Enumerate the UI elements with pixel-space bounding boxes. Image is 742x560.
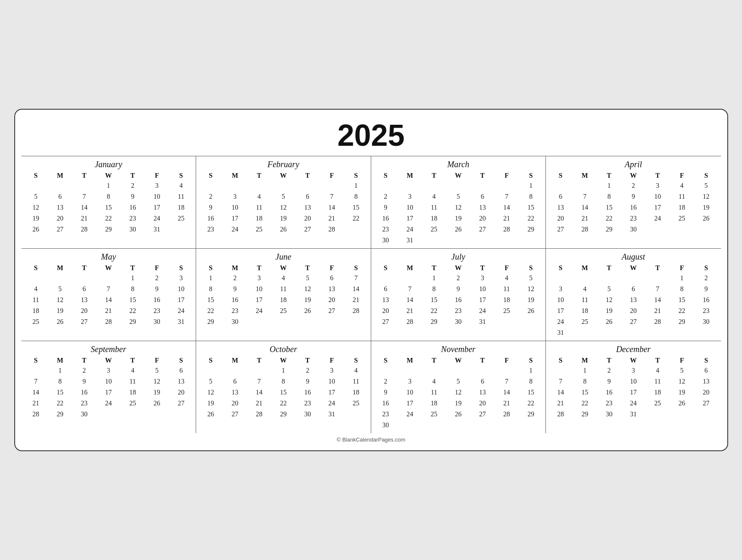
day-cell: 9 [121, 191, 145, 202]
day-cell: 23 [374, 409, 398, 420]
day-cell: 12 [296, 284, 320, 294]
day-cell [374, 273, 398, 284]
day-cell: 16 [72, 387, 97, 398]
day-cell: 30 [694, 316, 718, 327]
day-cell: 15 [96, 202, 121, 213]
day-cell: 15 [48, 387, 72, 398]
day-header: F [145, 170, 169, 180]
day-cell: 25 [422, 224, 446, 235]
day-header: F [670, 355, 694, 365]
day-header: M [48, 355, 72, 365]
day-cell: 5 [670, 365, 694, 376]
week-row: 9101112131415 [374, 387, 543, 398]
day-cell: 14 [344, 284, 368, 294]
week-row: 123456 [24, 365, 194, 376]
day-cell [344, 409, 368, 420]
month-table: SMTWTFS123456789101112131415161718192021… [24, 170, 194, 235]
day-cell: 8 [519, 191, 543, 202]
day-cell: 24 [247, 305, 271, 316]
day-cell: 19 [296, 294, 320, 305]
day-cell [446, 365, 470, 376]
day-cell: 25 [344, 398, 368, 409]
day-cell: 17 [169, 294, 193, 305]
day-cell [247, 316, 271, 327]
day-cell: 16 [296, 387, 320, 398]
day-cell: 9 [621, 191, 645, 202]
day-cell: 23 [621, 213, 645, 224]
day-cell: 3 [621, 365, 645, 376]
week-row: 20212223242526 [548, 213, 718, 224]
day-cell: 20 [621, 305, 645, 316]
day-cell: 7 [573, 191, 597, 202]
day-cell: 14 [398, 294, 422, 305]
day-cell: 6 [296, 191, 320, 202]
day-cell: 4 [573, 284, 597, 294]
week-row: 1234567 [199, 273, 368, 284]
day-cell: 11 [271, 284, 296, 294]
day-cell: 23 [72, 398, 97, 409]
day-cell: 29 [96, 224, 121, 235]
day-header: F [320, 170, 344, 180]
day-cell [470, 180, 495, 191]
day-cell: 27 [621, 316, 645, 327]
day-cell: 8 [121, 284, 145, 294]
day-cell: 13 [48, 202, 72, 213]
day-cell: 21 [72, 213, 97, 224]
day-cell: 29 [199, 316, 223, 327]
day-cell: 25 [645, 398, 670, 409]
month-name: July [374, 250, 543, 263]
day-cell: 22 [271, 398, 296, 409]
week-row: 21222324252627 [548, 398, 718, 409]
month-table: SMTWTFS123456789101112131415161718192021… [199, 355, 368, 420]
day-cell [320, 180, 344, 191]
day-header: W [96, 170, 121, 180]
day-cell: 18 [271, 294, 296, 305]
day-header: S [519, 355, 543, 365]
day-cell: 28 [96, 316, 121, 327]
day-header: F [495, 355, 519, 365]
month-table: SMTWTFS123456789101112131415161718192021… [374, 170, 543, 246]
day-cell: 10 [398, 387, 422, 398]
week-row: 9101112131415 [374, 202, 543, 213]
day-header: S [24, 170, 48, 180]
day-cell: 8 [519, 376, 543, 387]
day-cell: 6 [470, 376, 495, 387]
day-cell: 13 [169, 376, 193, 387]
day-cell: 6 [320, 273, 344, 284]
day-cell: 13 [374, 294, 398, 305]
day-cell [271, 316, 296, 327]
day-cell: 2 [121, 180, 145, 191]
day-cell [24, 365, 48, 376]
day-cell: 30 [374, 235, 398, 246]
day-cell [495, 365, 519, 376]
day-cell: 17 [223, 213, 247, 224]
day-cell: 25 [121, 398, 145, 409]
day-cell: 20 [48, 213, 72, 224]
day-cell [470, 365, 495, 376]
day-cell: 23 [296, 398, 320, 409]
day-cell: 2 [199, 191, 223, 202]
day-cell: 21 [548, 398, 573, 409]
day-cell: 11 [670, 191, 694, 202]
day-cell [398, 180, 422, 191]
day-header: W [271, 355, 296, 365]
day-header: S [519, 170, 543, 180]
day-cell: 2 [72, 365, 97, 376]
calendar-container: 2025 JanuarySMTWTFS123456789101112131415… [14, 109, 728, 451]
day-cell: 9 [72, 376, 97, 387]
day-cell: 27 [223, 409, 247, 420]
day-header: F [495, 170, 519, 180]
day-cell: 21 [645, 305, 670, 316]
day-cell: 11 [169, 191, 193, 202]
day-cell: 25 [24, 316, 48, 327]
year-title: 2025 [21, 114, 721, 156]
day-cell [48, 273, 72, 284]
day-cell [645, 224, 670, 235]
week-row: 10111213141516 [548, 294, 718, 305]
day-cell: 9 [446, 284, 470, 294]
week-row: 567891011 [199, 376, 368, 387]
day-cell: 1 [573, 365, 597, 376]
day-cell: 4 [247, 191, 271, 202]
week-row: 13141516171819 [548, 202, 718, 213]
day-cell: 26 [446, 409, 470, 420]
